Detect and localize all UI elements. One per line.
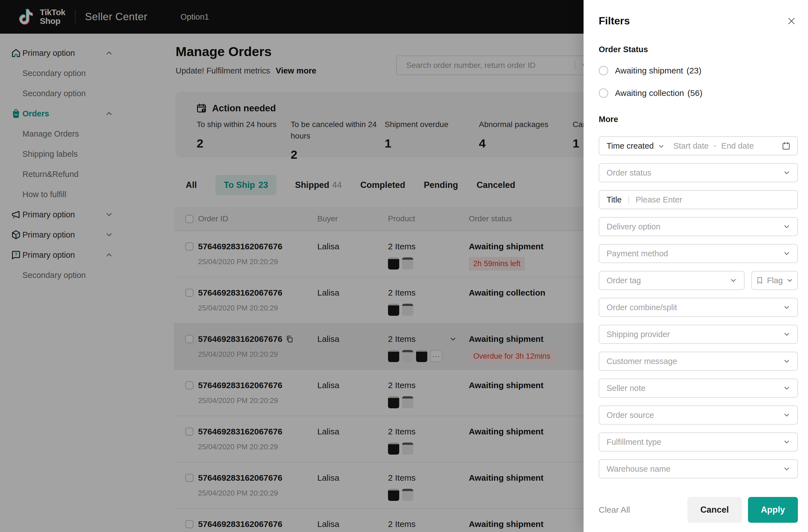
start-date-input[interactable]: Start date [673,141,709,151]
chevron-down-icon [783,465,791,473]
chevron-down-icon [783,250,791,258]
chevron-down-icon [786,277,793,284]
clear-all-button[interactable]: Clear All [599,505,630,515]
close-icon[interactable] [785,15,798,27]
title-input[interactable]: Please Enter [636,195,682,205]
more-section-title: More [599,115,798,124]
filters-title: Filters [599,15,630,27]
filters-panel: Filters Order Status Awaiting shipment (… [584,0,808,532]
customer-message-dropdown[interactable]: Customer message [599,352,798,371]
fulfillment-type-dropdown[interactable]: Fulfillment type [599,433,798,452]
chevron-down-icon [658,143,665,150]
radio-awaiting-collection[interactable]: Awaiting collection (56) [599,87,798,99]
order-status-section-title: Order Status [599,45,798,54]
radio-icon [599,66,608,75]
seller-note-dropdown[interactable]: Seller note [599,379,798,398]
flag-dropdown[interactable]: Flag [751,271,798,290]
apply-button[interactable]: Apply [748,497,798,523]
chevron-down-icon [730,277,737,284]
chevron-down-icon [783,303,791,311]
radio-icon [599,88,608,98]
chevron-down-icon [783,357,791,365]
order-combine-split-dropdown[interactable]: Order combine/split [599,298,798,317]
cancel-button[interactable]: Cancel [687,497,742,523]
chevron-down-icon [783,438,791,446]
radio-awaiting-shipment[interactable]: Awaiting shipment (23) [599,65,798,77]
order-source-dropdown[interactable]: Order source [599,405,798,424]
chevron-down-icon [783,223,791,230]
time-created-field[interactable]: Time created Start date – End date [599,136,798,155]
chevron-down-icon [783,330,791,338]
title-field[interactable]: Title Please Enter [599,190,798,209]
order-status-dropdown[interactable]: Order status [599,163,798,182]
delivery-option-dropdown[interactable]: Delivery option [599,217,798,236]
chevron-down-icon [783,411,791,419]
payment-method-dropdown[interactable]: Payment method [599,244,798,263]
calendar-icon[interactable] [782,141,791,150]
field-divider [628,195,629,204]
flag-icon [756,277,764,284]
chevron-down-icon [783,384,791,392]
chevron-down-icon [783,169,791,177]
order-tag-dropdown[interactable]: Order tag [599,271,745,290]
warehouse-name-dropdown[interactable]: Warehouse name [599,459,798,478]
shipping-provider-dropdown[interactable]: Shipping provider [599,325,798,344]
end-date-input[interactable]: End date [721,141,754,151]
